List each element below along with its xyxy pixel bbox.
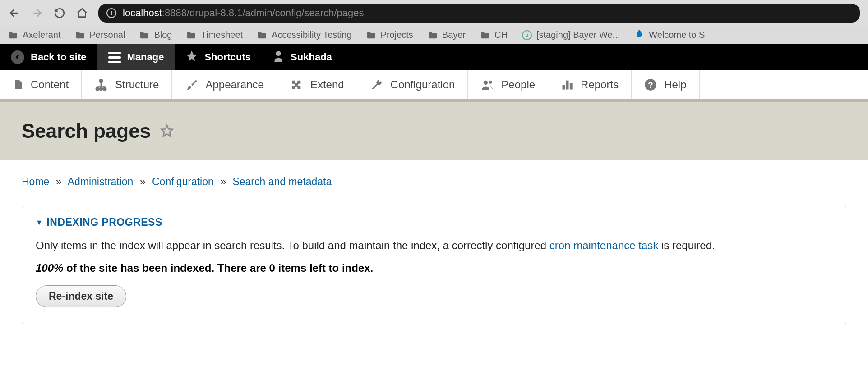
address-bar[interactable]: i localhost:8888/drupal-8.8.1/admin/conf… xyxy=(98,4,860,23)
back-to-site-link[interactable]: Back to site xyxy=(0,44,97,70)
indexing-legend-text: INDEXING PROGRESS xyxy=(46,216,162,228)
menu-content[interactable]: Content xyxy=(0,70,82,99)
svg-text:?: ? xyxy=(648,80,653,90)
menu-people[interactable]: People xyxy=(468,70,548,99)
folder-icon xyxy=(186,31,196,39)
shortcut-star-icon[interactable] xyxy=(160,120,174,142)
breadcrumb-search[interactable]: Search and metadata xyxy=(232,176,332,187)
breadcrumb-config[interactable]: Configuration xyxy=(152,176,214,187)
user-label: Sukhada xyxy=(291,51,332,63)
bookmark-item[interactable]: Welcome to S xyxy=(634,28,705,42)
bookmark-label: Bayer xyxy=(442,30,466,40)
svg-point-3 xyxy=(103,87,106,90)
indexing-status: 100% of the site has been indexed. There… xyxy=(36,262,832,274)
bookmark-label: Personal xyxy=(90,30,125,40)
bookmark-item[interactable]: Personal xyxy=(75,30,125,40)
wrench-icon xyxy=(370,78,383,91)
bookmark-item[interactable]: Accessibility Testing xyxy=(257,30,351,40)
svg-point-2 xyxy=(96,87,99,90)
menu-label: People xyxy=(501,78,535,91)
people-icon xyxy=(480,78,494,91)
bookmark-label: Timesheet xyxy=(201,30,243,40)
forward-icon xyxy=(31,7,43,19)
desc-pre: Only items in the index will appear in s… xyxy=(36,239,549,251)
chart-icon xyxy=(561,78,573,91)
folder-icon xyxy=(428,31,438,39)
user-menu[interactable]: Sukhada xyxy=(262,44,343,70)
indexing-legend[interactable]: ▼ INDEXING PROGRESS xyxy=(36,216,832,228)
breadcrumb-home[interactable]: Home xyxy=(22,176,49,187)
bookmark-label: Projects xyxy=(381,30,413,40)
folder-icon xyxy=(480,31,490,39)
back-icon[interactable] xyxy=(8,7,21,19)
cron-link[interactable]: cron maintenance task xyxy=(549,239,658,251)
svg-point-1 xyxy=(100,79,103,82)
title-area: Search pages xyxy=(0,102,868,160)
svg-point-0 xyxy=(276,51,281,56)
folder-icon xyxy=(139,31,149,39)
collapse-triangle-icon: ▼ xyxy=(36,219,43,227)
menu-help[interactable]: ? Help xyxy=(632,70,699,99)
breadcrumb-sep: » xyxy=(220,176,226,187)
bookmark-item[interactable]: Bayer xyxy=(428,30,466,40)
svg-point-4 xyxy=(100,87,102,90)
breadcrumb-admin[interactable]: Administration xyxy=(68,176,134,187)
menu-configuration[interactable]: Configuration xyxy=(357,70,468,99)
menu-label: Extend xyxy=(310,78,344,91)
page-title: Search pages xyxy=(22,120,846,142)
page-content: Home » Administration » Configuration » … xyxy=(0,160,868,351)
folder-icon xyxy=(366,31,376,39)
menu-label: Structure xyxy=(115,78,159,91)
status-percent: 100% xyxy=(36,262,63,274)
bookmark-item[interactable]: B [staging] Bayer We... xyxy=(522,30,620,40)
drupal-toolbar: Back to site Manage Shortcuts Sukhada xyxy=(0,44,868,70)
bookmark-item[interactable]: Blog xyxy=(139,30,172,40)
back-arrow-icon xyxy=(11,50,24,64)
bookmark-label: Blog xyxy=(154,30,172,40)
bayer-favicon: B xyxy=(522,30,532,40)
bookmark-item[interactable]: Timesheet xyxy=(186,30,243,40)
url-host: localhost xyxy=(123,7,162,18)
menu-label: Help xyxy=(664,78,686,91)
svg-point-6 xyxy=(489,81,492,84)
folder-icon xyxy=(8,31,18,39)
info-icon[interactable]: i xyxy=(106,8,116,18)
help-icon: ? xyxy=(644,78,657,91)
menu-structure[interactable]: Structure xyxy=(82,70,172,99)
folder-icon xyxy=(257,31,267,39)
back-to-site-label: Back to site xyxy=(31,51,87,63)
home-icon[interactable] xyxy=(76,7,88,19)
reindex-button[interactable]: Re-index site xyxy=(36,285,126,307)
status-rest: of the site has been indexed. There are … xyxy=(63,262,373,274)
bookmark-item[interactable]: Axelerant xyxy=(8,30,61,40)
manage-toggle[interactable]: Manage xyxy=(97,44,175,70)
puzzle-icon xyxy=(290,78,303,91)
shortcuts-label: Shortcuts xyxy=(204,51,251,63)
url-rest: :8888/drupal-8.8.1/admin/config/search/p… xyxy=(162,7,364,18)
file-icon xyxy=(13,78,23,91)
bookmark-item[interactable]: CH xyxy=(480,30,508,40)
url-text: localhost:8888/drupal-8.8.1/admin/config… xyxy=(123,7,364,19)
shortcuts-link[interactable]: Shortcuts xyxy=(175,44,262,70)
menu-appearance[interactable]: Appearance xyxy=(172,70,277,99)
bookmark-label: Axelerant xyxy=(23,30,61,40)
menu-label: Content xyxy=(31,78,69,91)
page-title-text: Search pages xyxy=(22,120,151,142)
brush-icon xyxy=(185,78,198,91)
menu-label: Appearance xyxy=(205,78,263,91)
star-icon xyxy=(185,50,198,65)
bookmark-label: [staging] Bayer We... xyxy=(536,30,620,40)
reload-icon[interactable] xyxy=(53,7,66,19)
menu-reports[interactable]: Reports xyxy=(548,70,632,99)
breadcrumb-sep: » xyxy=(56,176,62,187)
bookmark-item[interactable]: Projects xyxy=(366,30,413,40)
browser-nav-bar: i localhost:8888/drupal-8.8.1/admin/conf… xyxy=(0,0,868,26)
breadcrumb: Home » Administration » Configuration » … xyxy=(22,176,846,188)
menu-label: Configuration xyxy=(391,78,455,91)
menu-extend[interactable]: Extend xyxy=(277,70,357,99)
drupal-favicon xyxy=(634,28,644,42)
indexing-fieldset: ▼ INDEXING PROGRESS Only items in the in… xyxy=(22,206,846,324)
bookmarks-bar: Axelerant Personal Blog Timesheet Access… xyxy=(0,26,868,44)
folder-icon xyxy=(75,31,85,39)
svg-rect-7 xyxy=(563,85,565,90)
